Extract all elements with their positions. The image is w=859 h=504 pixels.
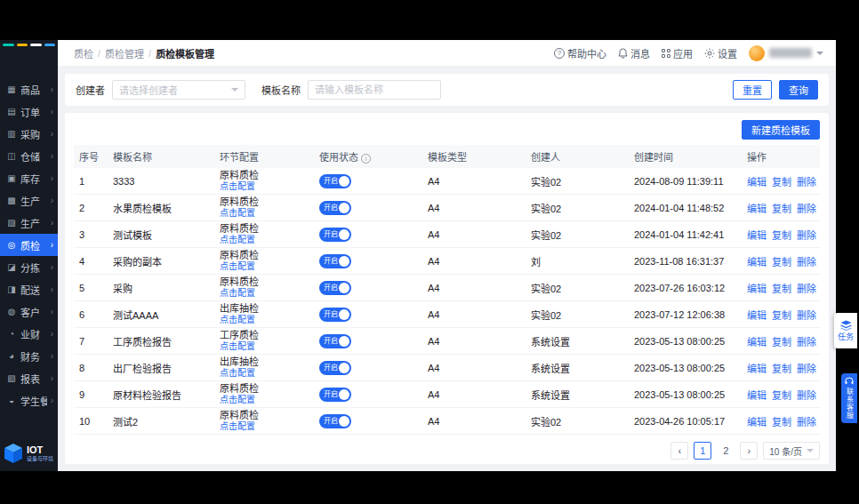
delete-link[interactable]: 删除 xyxy=(797,364,816,374)
delete-link[interactable]: 删除 xyxy=(797,284,816,294)
sidebar-item-1[interactable]: ▦商品› xyxy=(0,78,58,100)
copy-link[interactable]: 复制 xyxy=(772,257,791,268)
logo-dash xyxy=(3,44,14,46)
copy-link[interactable]: 复制 xyxy=(772,310,791,321)
row-index: 3 xyxy=(74,221,108,248)
copy-link[interactable]: 复制 xyxy=(772,177,791,188)
status-toggle[interactable]: 开启 xyxy=(319,414,351,428)
configure-link[interactable]: 点击配置 xyxy=(220,288,255,299)
sidebar-item-11[interactable]: ◍客户› xyxy=(0,300,58,323)
new-template-button[interactable]: 新建质检模板 xyxy=(742,120,820,140)
edit-link[interactable]: 编辑 xyxy=(747,417,767,428)
toggle-knob xyxy=(339,283,349,293)
edit-link[interactable]: 编辑 xyxy=(747,257,767,268)
breadcrumb-item[interactable]: 质检 xyxy=(74,46,93,60)
username-redacted xyxy=(769,48,812,58)
copy-link[interactable]: 复制 xyxy=(772,230,791,241)
help-center-button[interactable]: ? 帮助中心 xyxy=(554,46,606,60)
sidebar-item-7[interactable]: ▨生产› xyxy=(0,212,58,234)
status-toggle[interactable]: 开启 xyxy=(319,174,351,188)
status-toggle[interactable]: 开启 xyxy=(319,228,351,242)
delete-link[interactable]: 删除 xyxy=(797,204,816,214)
delete-link[interactable]: 删除 xyxy=(797,230,816,241)
apps-button[interactable]: 应用 xyxy=(662,46,693,60)
breadcrumb-item[interactable]: 质检管理 xyxy=(105,46,144,60)
edit-link[interactable]: 编辑 xyxy=(747,204,767,214)
operations-cell: 编辑复制删除 xyxy=(742,328,820,355)
reports-icon: ▧ xyxy=(6,373,17,383)
delete-link[interactable]: 删除 xyxy=(797,390,816,401)
logo-dash xyxy=(17,44,28,46)
template-name-cell: 原材料检验报告 xyxy=(108,381,214,408)
status-toggle[interactable]: 开启 xyxy=(319,254,351,268)
sidebar-item-14[interactable]: ▧报表› xyxy=(0,367,58,389)
copy-link[interactable]: 复制 xyxy=(772,390,791,401)
status-toggle[interactable]: 开启 xyxy=(319,308,351,322)
configure-link[interactable]: 点击配置 xyxy=(220,235,255,245)
sidebar-item-4[interactable]: ◫仓储› xyxy=(0,145,58,167)
contact-service-button[interactable]: 联系客服 xyxy=(841,373,857,423)
configure-link[interactable]: 点击配置 xyxy=(220,181,255,192)
info-circle-icon[interactable]: i xyxy=(361,154,371,164)
template-name-input[interactable] xyxy=(308,80,441,100)
copy-link[interactable]: 复制 xyxy=(772,417,791,428)
settings-button[interactable]: 设置 xyxy=(704,46,737,60)
edit-link[interactable]: 编辑 xyxy=(747,230,767,241)
sidebar-item-8[interactable]: ◎质检› xyxy=(0,234,58,256)
sidebar-item-10[interactable]: ◨配送› xyxy=(0,278,58,300)
messages-button[interactable]: 消息 xyxy=(618,46,650,60)
delete-link[interactable]: 删除 xyxy=(797,310,816,321)
configure-link[interactable]: 点击配置 xyxy=(220,368,255,379)
sidebar-item-5[interactable]: ▣库存› xyxy=(0,167,58,189)
breadcrumb: 质检 / 质检管理 / 质检模板管理 xyxy=(74,46,214,60)
delete-link[interactable]: 删除 xyxy=(797,177,816,188)
copy-link[interactable]: 复制 xyxy=(772,337,791,348)
prev-page-button[interactable]: ‹ xyxy=(670,442,688,460)
user-menu[interactable] xyxy=(749,45,823,61)
sidebar-item-12[interactable]: ◔业财› xyxy=(0,323,58,345)
configure-link[interactable]: 点击配置 xyxy=(220,261,255,272)
sidebar-item-13[interactable]: ◕财务› xyxy=(0,345,58,367)
page-size-select[interactable]: 10 条/页 xyxy=(763,442,820,460)
configure-link[interactable]: 点击配置 xyxy=(220,395,255,405)
status-toggle[interactable]: 开启 xyxy=(319,201,351,215)
status-toggle[interactable]: 开启 xyxy=(319,281,351,295)
operations-cell: 编辑复制删除 xyxy=(742,301,820,328)
next-page-button[interactable]: › xyxy=(740,442,758,460)
status-toggle[interactable]: 开启 xyxy=(319,361,351,375)
edit-link[interactable]: 编辑 xyxy=(747,364,767,374)
sidebar-item-3[interactable]: ▥采购› xyxy=(0,123,58,145)
reset-button[interactable]: 重置 xyxy=(733,80,772,100)
configure-link[interactable]: 点击配置 xyxy=(220,421,255,432)
task-float-button[interactable]: 任务 xyxy=(834,313,857,348)
template-name-cell: 测试2 xyxy=(108,408,214,435)
creator-select[interactable]: 请选择创建者 xyxy=(112,80,245,100)
page-button-2[interactable]: 2 xyxy=(717,442,735,460)
configure-link[interactable]: 点击配置 xyxy=(220,208,255,219)
edit-link[interactable]: 编辑 xyxy=(747,284,767,294)
configure-link[interactable]: 点击配置 xyxy=(220,341,255,352)
sidebar-item-6[interactable]: ▩生产› xyxy=(0,189,58,212)
sidebar-item-2[interactable]: ▤订单› xyxy=(0,100,58,123)
copy-link[interactable]: 复制 xyxy=(772,284,791,294)
copy-link[interactable]: 复制 xyxy=(772,204,791,214)
status-toggle[interactable]: 开启 xyxy=(319,388,351,402)
sidebar-item-15[interactable]: ◒学生餐› xyxy=(0,389,58,412)
iot-title: IOT xyxy=(27,444,53,455)
status-toggle[interactable]: 开启 xyxy=(319,334,351,348)
edit-link[interactable]: 编辑 xyxy=(747,337,767,348)
delete-link[interactable]: 删除 xyxy=(797,417,816,428)
page-button-1[interactable]: 1 xyxy=(694,442,711,460)
edit-link[interactable]: 编辑 xyxy=(747,390,767,401)
operations-cell: 编辑复制删除 xyxy=(742,195,820,221)
edit-link[interactable]: 编辑 xyxy=(747,310,767,321)
delete-link[interactable]: 删除 xyxy=(797,257,816,268)
edit-link[interactable]: 编辑 xyxy=(747,177,767,188)
copy-link[interactable]: 复制 xyxy=(772,364,791,374)
sidebar-item-9[interactable]: ◪分拣› xyxy=(0,256,58,278)
row-index: 2 xyxy=(74,195,108,221)
configure-link[interactable]: 点击配置 xyxy=(220,315,255,325)
delete-link[interactable]: 删除 xyxy=(797,337,816,348)
search-button[interactable]: 查询 xyxy=(779,80,818,100)
bell-icon xyxy=(618,48,628,59)
